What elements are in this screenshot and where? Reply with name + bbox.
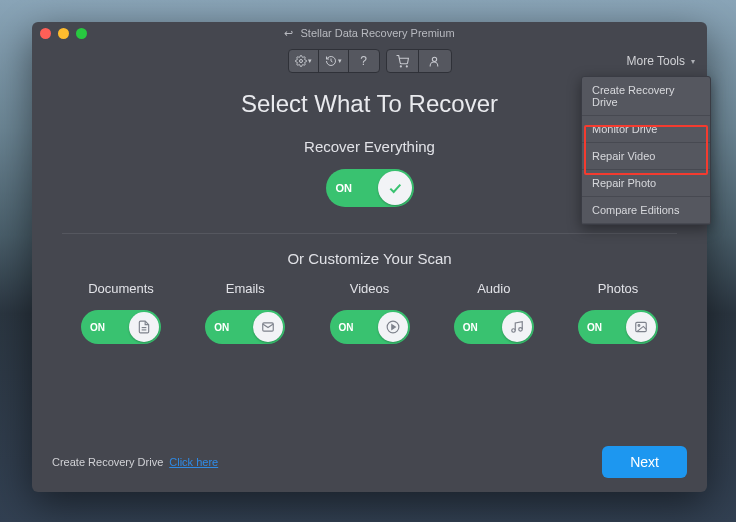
footer-link[interactable]: Click here [169, 456, 218, 468]
dropdown-item-repair-photo[interactable]: Repair Photo [582, 170, 710, 197]
svg-point-2 [406, 65, 407, 66]
cart-icon [396, 55, 409, 68]
svg-point-3 [432, 57, 436, 61]
svg-point-1 [400, 65, 401, 66]
cart-button[interactable] [387, 50, 419, 72]
toolbar: ▾ ▾ ? More Tools ▾ [32, 44, 707, 78]
toggle-on-label: ON [336, 182, 353, 194]
svg-point-10 [519, 328, 523, 332]
window-title: ↩ Stellar Data Recovery Premium [32, 27, 707, 40]
window-title-text: Stellar Data Recovery Premium [301, 27, 455, 39]
toggle-on-label: ON [587, 322, 602, 333]
back-arrow-icon: ↩ [284, 27, 293, 39]
customize-scan-label: Or Customize Your Scan [56, 250, 683, 267]
svg-point-9 [512, 329, 516, 333]
next-button[interactable]: Next [602, 446, 687, 478]
more-tools-label: More Tools [627, 54, 685, 68]
gear-icon [295, 55, 307, 67]
dropdown-item-monitor-drive[interactable]: Monitor Drive [582, 116, 710, 143]
toggle-on-label: ON [214, 322, 229, 333]
videos-toggle[interactable]: ON [330, 310, 410, 344]
emails-toggle[interactable]: ON [205, 310, 285, 344]
category-emails: Emails ON [186, 281, 304, 348]
svg-point-0 [299, 60, 302, 63]
footer: Create Recovery Drive Click here Next [52, 446, 687, 478]
settings-button[interactable]: ▾ [289, 50, 319, 72]
category-label: Videos [311, 281, 429, 296]
user-icon [428, 55, 441, 68]
music-icon [510, 320, 524, 334]
toggle-on-label: ON [339, 322, 354, 333]
toolbar-seg-1: ▾ ▾ ? [288, 49, 380, 73]
documents-toggle[interactable]: ON [81, 310, 161, 344]
image-icon [634, 320, 648, 334]
category-label: Audio [435, 281, 553, 296]
category-documents: Documents ON [62, 281, 180, 348]
toolbar-seg-2 [386, 49, 452, 73]
chevron-down-icon: ▾ [338, 57, 342, 65]
category-label: Documents [62, 281, 180, 296]
svg-marker-8 [391, 325, 395, 330]
check-icon [387, 180, 403, 196]
dropdown-item-repair-video[interactable]: Repair Video [582, 143, 710, 170]
toolbar-center-group: ▾ ▾ ? [288, 49, 452, 73]
question-icon: ? [360, 54, 367, 68]
help-button[interactable]: ? [349, 50, 379, 72]
category-videos: Videos ON [311, 281, 429, 348]
titlebar: ↩ Stellar Data Recovery Premium [32, 22, 707, 44]
chevron-down-icon: ▾ [691, 57, 695, 66]
toggle-on-label: ON [90, 322, 105, 333]
category-photos: Photos ON [559, 281, 677, 348]
recover-everything-toggle[interactable]: ON [326, 169, 414, 207]
svg-point-12 [638, 325, 640, 327]
document-icon [137, 320, 151, 334]
toggle-on-label: ON [463, 322, 478, 333]
photos-toggle[interactable]: ON [578, 310, 658, 344]
more-tools-dropdown: Create Recovery Drive Monitor Drive Repa… [581, 76, 711, 225]
dropdown-item-create-recovery-drive[interactable]: Create Recovery Drive [582, 77, 710, 116]
email-icon [261, 320, 275, 334]
dropdown-item-compare-editions[interactable]: Compare Editions [582, 197, 710, 224]
category-audio: Audio ON [435, 281, 553, 348]
history-button[interactable]: ▾ [319, 50, 349, 72]
app-window: ↩ Stellar Data Recovery Premium ▾ ▾ ? [32, 22, 707, 492]
more-tools-menu[interactable]: More Tools ▾ [627, 54, 695, 68]
play-icon [386, 320, 400, 334]
history-icon [325, 55, 337, 67]
chevron-down-icon: ▾ [308, 57, 312, 65]
category-label: Emails [186, 281, 304, 296]
account-button[interactable] [419, 50, 451, 72]
category-row: Documents ON Emails ON [56, 281, 683, 348]
audio-toggle[interactable]: ON [454, 310, 534, 344]
category-label: Photos [559, 281, 677, 296]
divider [62, 233, 677, 234]
footer-text: Create Recovery Drive [52, 456, 163, 468]
